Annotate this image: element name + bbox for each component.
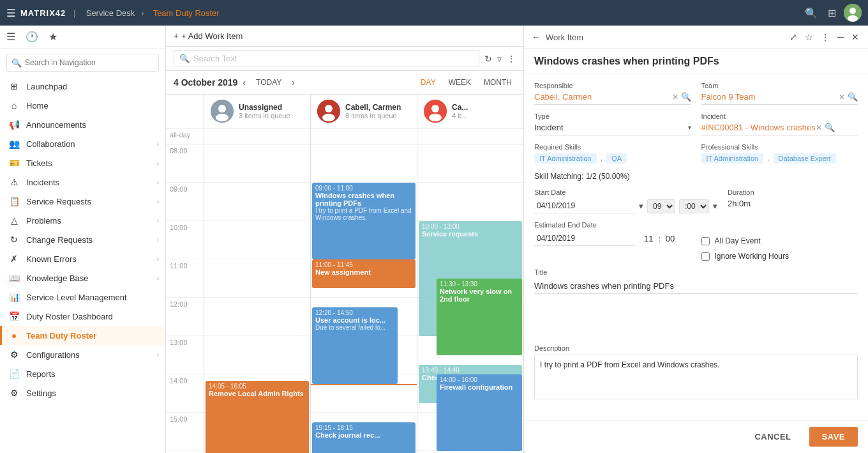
nav-search-input[interactable] — [6, 54, 159, 72]
filter-search-box[interactable]: 🔍 Search Text — [174, 50, 479, 66]
sidebar-item-settings[interactable]: ⚙ Settings — [0, 383, 165, 403]
filter-bar: 🔍 Search Text ↻ ▿ ⋮ — [166, 47, 523, 71]
filter-icon[interactable]: ▿ — [497, 54, 502, 64]
event-new-assign[interactable]: 11:00 - 11:45 New assignment — [312, 259, 415, 288]
slot-bg — [204, 183, 310, 221]
sidebar-item-service-level-mgmt[interactable]: 📊 Service Level Management — [0, 288, 165, 307]
svg-point-1 — [849, 8, 856, 14]
start-min-select[interactable]: :00 — [679, 199, 709, 213]
start-date-group: Start Date ▾ 09 :00 ▾ — [534, 188, 717, 213]
team-value[interactable]: Falcon 9 Team — [701, 92, 839, 102]
ca2-info: Ca... 4 it... — [452, 103, 468, 119]
time-label-1400: 14:00 — [166, 374, 204, 413]
title-input[interactable] — [534, 279, 858, 294]
ca2-avatar — [424, 100, 447, 123]
event-user-locked[interactable]: 12:20 - 14:50 User account is loc... Due… — [312, 307, 398, 384]
sidebar-item-announcements[interactable]: 📢 Announcements — [0, 115, 165, 134]
cal-today-button[interactable]: TODAY — [251, 76, 287, 89]
sidebar-item-collaboration[interactable]: 👥 Collaboration › — [0, 134, 165, 153]
sidebar-history-icon[interactable]: 🕐 — [26, 31, 38, 43]
responsible-value[interactable]: Cabell, Carmen — [534, 92, 672, 102]
incident-clear-icon[interactable]: ✕ — [816, 123, 822, 132]
svg-point-4 — [218, 105, 226, 112]
start-date-dropdown-icon[interactable]: ▾ — [639, 201, 643, 211]
team-search-icon[interactable]: 🔍 — [848, 92, 858, 102]
sidebar-favorites-icon[interactable]: ★ — [49, 31, 57, 43]
slot-bg — [204, 336, 310, 374]
apps-icon[interactable]: ⊞ — [825, 4, 839, 22]
cabell-name: Cabell, Carmen — [345, 103, 401, 112]
team-clear-icon[interactable]: ✕ — [839, 93, 845, 102]
event-network-slow[interactable]: 11:30 - 13:30 Network very slow on 2nd f… — [437, 279, 522, 355]
sidebar-item-team-duty-roster[interactable]: ● Team Duty Roster — [0, 326, 165, 345]
panel-back-button[interactable]: ← — [532, 32, 541, 42]
cal-columns: 14:05 - 16:05 Remove Local Admin Rights … — [204, 144, 523, 453]
sidebar-menu-icon[interactable]: ☰ — [6, 31, 15, 43]
type-select[interactable]: Incident ▾ — [534, 123, 691, 135]
sidebar-item-configurations[interactable]: ⚙ Configurations › — [0, 345, 165, 364]
cabell-queue: 8 items in queue — [345, 112, 401, 119]
sidebar-item-reports[interactable]: 📄 Reports — [0, 364, 165, 383]
refresh-icon[interactable]: ↻ — [484, 54, 492, 64]
save-button[interactable]: SAVE — [809, 427, 858, 447]
sidebar-item-launchpad[interactable]: ⊞ Launchpad — [0, 77, 165, 96]
search-icon[interactable]: 🔍 — [802, 4, 820, 22]
panel-expand-icon[interactable]: ⤢ — [788, 31, 798, 43]
hamburger-icon[interactable]: ☰ — [6, 7, 15, 19]
sidebar-item-knowledge-base[interactable]: 📖 Knowledge Base › — [0, 268, 165, 288]
team-group: Team Falcon 9 Team ✕ 🔍 — [701, 82, 858, 105]
panel-minimize-icon[interactable]: ─ — [836, 31, 845, 43]
add-work-item-button[interactable]: + + Add Work Item — [174, 31, 243, 41]
responsible-team-row: Responsible Cabell, Carmen ✕ 🔍 Team Falc… — [534, 82, 858, 105]
panel-more-icon[interactable]: ⋮ — [819, 31, 831, 43]
description-textarea[interactable]: I try to print a PDF from Excel and Wind… — [534, 355, 858, 399]
panel-close-icon[interactable]: ✕ — [850, 31, 860, 43]
ignore-hours-checkbox[interactable] — [701, 252, 710, 261]
prof-skills-sep: , — [767, 153, 769, 164]
incident-value[interactable]: #INC00081 - Windows crashes — [701, 123, 816, 132]
sidebar-item-service-requests[interactable]: 📋 Service Requests › — [0, 192, 165, 211]
start-date-input[interactable] — [534, 199, 635, 213]
all-day-checkbox[interactable] — [701, 237, 710, 245]
duration-group: Duration 2h:0m — [728, 188, 858, 213]
panel-main-title: Windows crashes when printing PDFs — [524, 49, 868, 74]
cal-prev-button[interactable]: ‹ — [243, 77, 246, 88]
event-desc: I try to print a PDF from Excel and Wind… — [315, 207, 412, 221]
user-avatar[interactable] — [844, 4, 862, 22]
start-hour-select[interactable]: 09 — [647, 199, 675, 213]
sidebar-item-known-errors[interactable]: ✗ Known Errors › — [0, 249, 165, 268]
more-options-icon[interactable]: ⋮ — [507, 54, 516, 64]
type-dropdown-icon[interactable]: ▾ — [688, 124, 691, 131]
sidebar-item-change-requests[interactable]: ↻ Change Requests › — [0, 230, 165, 249]
nav-label-service-requests: Service Requests — [26, 197, 151, 206]
cal-next-button[interactable]: › — [292, 77, 295, 88]
responsible-clear-icon[interactable]: ✕ — [672, 93, 678, 102]
start-min-dropdown-icon[interactable]: ▾ — [713, 201, 717, 211]
nav-arrow-collaboration: › — [157, 141, 159, 148]
nav-label-problems: Problems — [26, 216, 151, 226]
sidebar-item-home[interactable]: ⌂ Home — [0, 96, 165, 115]
cabell-info: Cabell, Carmen 8 items in queue — [345, 103, 401, 119]
event-windows-crash[interactable]: 09:00 - 11:00 Windows crashes when print… — [312, 183, 415, 259]
cancel-button[interactable]: CANCEL — [742, 427, 804, 447]
incident-search-icon[interactable]: 🔍 — [825, 123, 835, 132]
nav-label-reports: Reports — [26, 369, 159, 379]
event-check-journal[interactable]: 15:15 - 18:15 Check journal rec... — [312, 422, 415, 453]
sidebar-item-duty-roster-dashboard[interactable]: 📅 Duty Roster Dashboard — [0, 307, 165, 326]
unassigned-avatar — [211, 100, 234, 123]
est-end-date-input[interactable] — [534, 231, 635, 246]
sidebar-item-tickets[interactable]: 🎫 Tickets › — [0, 153, 165, 173]
event-remove-admin[interactable]: 14:05 - 16:05 Remove Local Admin Rights — [206, 381, 309, 453]
cal-day-view-button[interactable]: DAY — [417, 76, 440, 89]
cal-month-view-button[interactable]: MONTH — [480, 76, 516, 89]
sidebar-item-incidents[interactable]: ⚠ Incidents › — [0, 173, 165, 192]
panel-star-icon[interactable]: ☆ — [804, 31, 814, 43]
nav-icon-change-requests: ↻ — [8, 234, 20, 245]
event-firewall[interactable]: 14:00 - 16:00 Firewall configuration — [437, 374, 522, 451]
event-time: 11:30 - 13:30 — [440, 280, 519, 288]
cal-week-view-button[interactable]: WEEK — [445, 76, 475, 89]
sidebar-item-problems[interactable]: △ Problems › — [0, 211, 165, 230]
responsible-search-icon[interactable]: 🔍 — [681, 92, 691, 102]
panel-body: Responsible Cabell, Carmen ✕ 🔍 Team Falc… — [524, 74, 868, 420]
required-skills-values: IT Administration , QA — [534, 153, 691, 164]
